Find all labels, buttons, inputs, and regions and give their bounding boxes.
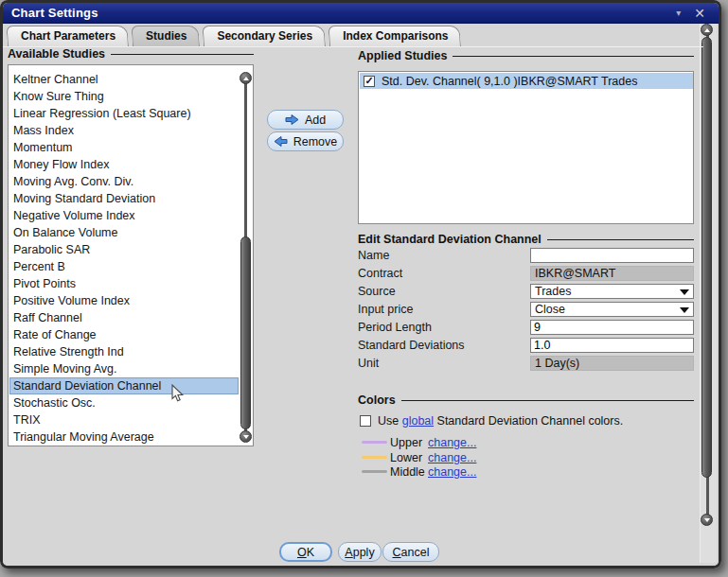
apply-button[interactable]: Apply: [338, 542, 382, 562]
use-global-text-after: Standard Deviation Channel colors.: [434, 414, 623, 428]
list-item-positive-volume-index[interactable]: Positive Volume Index: [9, 292, 239, 309]
header-rule: [547, 239, 694, 240]
input-price-dropdown[interactable]: Close: [530, 302, 694, 317]
remove-button[interactable]: Remove: [267, 131, 344, 151]
color-row-lower: Lowerchange...: [362, 451, 694, 464]
list-item-momentum[interactable]: Momentum: [9, 139, 239, 156]
window-title: Chart Settings: [3, 6, 98, 20]
field-label: Standard Deviations: [358, 339, 465, 352]
list-item-triangular-moving-average[interactable]: Triangular Moving Average: [9, 428, 239, 446]
applied-studies-list[interactable]: ✓Std. Dev. Channel( 9,1.0 )IBKR@SMART Tr…: [358, 71, 694, 224]
list-item-raff-channel[interactable]: Raff Channel: [9, 309, 239, 326]
list-item-moving-avg-conv-div[interactable]: Moving Avg. Conv. Div.: [9, 173, 239, 190]
use-global-colors-checkbox[interactable]: [360, 415, 371, 427]
field-label: Contract: [358, 267, 402, 280]
edit-section-title: Edit Standard Deviation Channel: [358, 233, 542, 246]
add-button-label: Add: [305, 114, 326, 127]
applied-study-label: Std. Dev. Channel( 9,1.0 )IBKR@SMART Tra…: [382, 75, 637, 88]
right-arrow-icon: [285, 114, 299, 125]
lower-change-link[interactable]: change...: [428, 451, 476, 464]
applied-study-checkbox[interactable]: ✓: [364, 76, 375, 87]
list-item-money-flow-index[interactable]: Money Flow Index: [9, 156, 239, 173]
use-global-text-before: Use: [378, 414, 402, 428]
dropdown-value: Trades: [535, 285, 571, 298]
available-studies-header: Available Studies: [8, 47, 254, 61]
dropdown-arrow-icon: [680, 289, 689, 295]
list-item-standard-deviation-channel[interactable]: Standard Deviation Channel: [9, 377, 239, 394]
list-item-percent-b[interactable]: Percent B: [9, 258, 239, 275]
period-length-input[interactable]: [530, 320, 694, 335]
applied-study-row[interactable]: ✓Std. Dev. Channel( 9,1.0 )IBKR@SMART Tr…: [360, 73, 694, 89]
list-item-pivot-points[interactable]: Pivot Points: [9, 275, 239, 292]
colors-section-header: Colors: [358, 393, 694, 407]
button-label: OK: [297, 546, 314, 559]
field-label: Unit: [358, 357, 379, 370]
down-arrow-icon: [704, 518, 710, 522]
list-item-linear-regression-least-square[interactable]: Linear Regression (Least Square): [9, 105, 239, 122]
list-item-simple-moving-avg[interactable]: Simple Moving Avg.: [9, 360, 239, 377]
source-dropdown[interactable]: Trades: [530, 284, 694, 299]
list-item-moving-standard-deviation[interactable]: Moving Standard Deviation: [9, 190, 239, 207]
field-label: Period Length: [358, 321, 432, 334]
tab-chart-parameters[interactable]: Chart Parameters: [8, 26, 129, 46]
standard-deviations-input[interactable]: [530, 338, 694, 353]
collapse-icon[interactable]: ▾: [676, 8, 681, 18]
list-item-stochastic-osc[interactable]: Stochastic Osc.: [9, 394, 239, 411]
global-link[interactable]: global: [402, 414, 434, 428]
list-item-parabolic-sar[interactable]: Parabolic SAR: [9, 241, 239, 258]
down-arrow-icon: [243, 435, 249, 439]
dropdown-arrow-icon: [680, 307, 689, 313]
upper-color-swatch: [362, 441, 387, 444]
list-scroll-down-button[interactable]: [240, 430, 252, 443]
ok-button[interactable]: OK: [279, 542, 332, 562]
name-input[interactable]: [530, 248, 694, 263]
list-item-clipped: [9, 64, 239, 71]
list-item-know-sure-thing[interactable]: Know Sure Thing: [9, 88, 239, 105]
list-item-negative-volume-index[interactable]: Negative Volume Index: [9, 207, 239, 224]
list-item-keltner-channel[interactable]: Keltner Channel: [9, 71, 239, 88]
list-scroll-up-button[interactable]: [240, 72, 252, 84]
applied-studies-title: Applied Studies: [358, 49, 447, 62]
list-item-relative-strength-ind[interactable]: Relative Strength Ind: [9, 343, 239, 360]
header-rule: [453, 56, 694, 57]
button-label: Apply: [345, 546, 374, 559]
field-row-source: SourceTrades: [358, 284, 694, 299]
upper-change-link[interactable]: change...: [428, 436, 476, 449]
list-item-on-balance-volume[interactable]: On Balance Volume: [9, 224, 239, 241]
title-bar[interactable]: Chart Settings ▾ ✕: [3, 3, 719, 24]
tab-secondary-series[interactable]: Secondary Series: [204, 26, 326, 46]
tab-studies[interactable]: Studies: [133, 26, 200, 46]
tab-label: Chart Parameters: [21, 29, 115, 43]
lower-color-swatch: [362, 456, 387, 459]
remove-button-label: Remove: [293, 135, 338, 149]
tab-index-comparisons[interactable]: Index Comparisons: [329, 26, 461, 46]
field-row-unit: Unit1 Day(s): [358, 356, 694, 371]
colors-section-title: Colors: [358, 393, 396, 407]
color-row-middle: Middlechange...: [362, 465, 694, 479]
color-label: Lower: [390, 451, 422, 464]
tab-label: Index Comparisons: [343, 29, 448, 43]
chart-settings-dialog: Chart Settings ▾ ✕ Chart ParametersStudi…: [0, 0, 721, 568]
button-label: Cancel: [393, 546, 430, 559]
list-item-trix[interactable]: TRIX: [9, 411, 239, 428]
close-icon[interactable]: ✕: [694, 7, 705, 20]
dialog-scroll-up-button[interactable]: [701, 24, 713, 36]
up-arrow-icon: [704, 28, 710, 32]
list-item-rate-of-change[interactable]: Rate of Change: [9, 326, 239, 343]
middle-change-link[interactable]: change...: [428, 465, 476, 479]
add-button[interactable]: Add: [267, 110, 344, 130]
use-global-colors-row: Use global Standard Deviation Channel co…: [360, 414, 623, 428]
applied-studies-header: Applied Studies: [358, 49, 694, 62]
contract-value: IBKR@SMART: [530, 266, 694, 281]
field-row-name: Name: [358, 248, 694, 263]
available-studies-list[interactable]: Keltner ChannelKnow Sure ThingLinear Reg…: [8, 64, 254, 446]
field-row-contract: ContractIBKR@SMART: [358, 266, 694, 281]
left-arrow-icon: [274, 136, 288, 147]
list-scrollbar-thumb[interactable]: [240, 236, 251, 429]
dialog-scroll-down-button[interactable]: [701, 514, 713, 526]
list-item-mass-index[interactable]: Mass Index: [9, 122, 239, 139]
color-row-upper: Upperchange...: [362, 436, 694, 449]
cancel-button[interactable]: Cancel: [382, 542, 439, 562]
color-label: Upper: [390, 436, 422, 449]
dialog-scrollbar-thumb[interactable]: [701, 37, 712, 478]
